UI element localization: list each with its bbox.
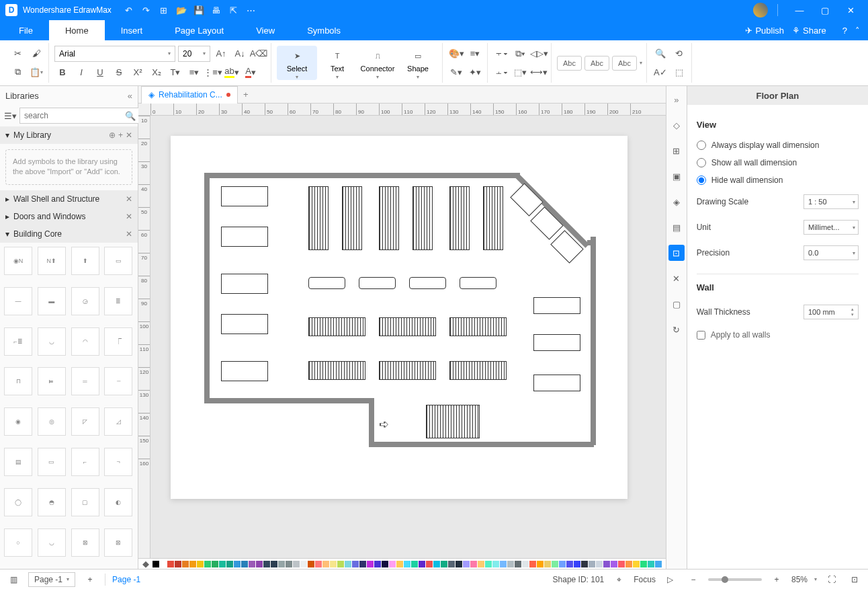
shape-stair[interactable]: ≣ — [104, 287, 132, 315]
apply-all-walls-checkbox[interactable]: Apply to all walls — [697, 325, 859, 345]
bold-button[interactable]: B — [54, 64, 71, 80]
color-swatch[interactable] — [411, 561, 418, 567]
new-button[interactable]: ⊞ — [157, 3, 171, 17]
layer-button[interactable]: ⬚▾ — [512, 64, 528, 80]
color-swatch[interactable] — [153, 561, 159, 567]
color-swatch[interactable] — [404, 561, 410, 567]
size-button[interactable]: ⟷▾ — [531, 64, 547, 80]
menu-home[interactable]: Home — [49, 20, 105, 40]
menu-page-layout[interactable]: Page Layout — [159, 20, 240, 40]
zoom-in-button[interactable]: + — [769, 572, 785, 588]
drawing-page[interactable]: ➪ — [171, 136, 627, 499]
color-swatch[interactable] — [322, 561, 329, 567]
color-swatch[interactable] — [241, 561, 248, 567]
close-button[interactable]: ✕ — [838, 0, 863, 20]
shape-tool[interactable]: ▭Shape▾ — [398, 46, 438, 80]
shape-toilet[interactable]: ◯ — [4, 488, 32, 516]
shape-stair-curve[interactable]: ◡ — [38, 327, 66, 356]
color-swatch[interactable] — [470, 561, 477, 567]
font-color-button[interactable]: A▾ — [243, 64, 259, 80]
library-search[interactable]: 🔍 — [19, 108, 140, 124]
spacing-button[interactable]: ≡▾ — [186, 64, 202, 80]
theme-more[interactable]: ▾ — [640, 60, 642, 66]
fit-page-button[interactable]: ⛶ — [824, 572, 840, 588]
color-swatch[interactable] — [160, 561, 167, 567]
eyedropper-icon[interactable]: ◆ — [142, 559, 149, 569]
library-search-input[interactable] — [24, 111, 125, 120]
color-swatch[interactable] — [256, 561, 263, 567]
color-swatch[interactable] — [263, 561, 270, 567]
page-label[interactable]: Page -1 — [112, 575, 140, 584]
shape-dash[interactable]: ┄ — [104, 367, 132, 395]
color-swatch[interactable] — [611, 561, 617, 567]
color-swatch[interactable] — [249, 561, 255, 567]
outline-view-button[interactable]: ▥ — [5, 572, 21, 588]
shape-north[interactable]: N⬆ — [38, 247, 66, 275]
shape-tub[interactable]: ▢ — [71, 488, 99, 516]
color-swatch[interactable] — [515, 561, 521, 567]
subscript-button[interactable]: X₂ — [148, 64, 165, 80]
shape-slab[interactable]: ▬ — [38, 287, 66, 315]
cut-button[interactable]: ✂ — [9, 46, 26, 62]
paste-button[interactable]: 📋▾ — [28, 64, 44, 80]
help-button[interactable]: ? — [842, 26, 847, 36]
color-swatch[interactable] — [655, 561, 662, 567]
color-swatch[interactable] — [492, 561, 499, 567]
expand-panel-button[interactable]: » — [668, 91, 685, 108]
shape-corner2[interactable]: ¬ — [104, 448, 132, 476]
shape-counter[interactable]: ⫢ — [38, 367, 66, 395]
color-swatch[interactable] — [167, 561, 174, 567]
color-swatch[interactable] — [596, 561, 603, 567]
color-swatch[interactable] — [389, 561, 396, 567]
shape-ramp2[interactable]: ◿ — [104, 407, 132, 436]
floorplan-panel-icon[interactable]: ⊡ — [668, 245, 685, 261]
shadow-button[interactable]: ✦▾ — [467, 64, 483, 80]
theme-style-3[interactable]: Abc — [612, 56, 637, 71]
color-swatch[interactable] — [581, 561, 588, 567]
color-swatch[interactable] — [441, 561, 447, 567]
distribute-button[interactable]: ⫠▾ — [493, 64, 509, 80]
color-swatch[interactable] — [640, 561, 647, 567]
color-swatch[interactable] — [559, 561, 566, 567]
color-swatch[interactable] — [330, 561, 337, 567]
color-swatch[interactable] — [500, 561, 507, 567]
color-swatch[interactable] — [537, 561, 544, 567]
import-icon[interactable]: ⊕ — [109, 130, 116, 140]
radio-hide[interactable]: Hide wall dimension — [697, 171, 859, 189]
color-swatch[interactable] — [544, 561, 551, 567]
copy-button[interactable]: ⧉ — [9, 64, 26, 80]
section-doors[interactable]: ▸Doors and Windows ✕ — [0, 208, 138, 225]
color-swatch[interactable] — [337, 561, 344, 567]
zoom-slider[interactable] — [708, 578, 762, 581]
focus-target-icon[interactable]: ⌖ — [611, 572, 627, 588]
library-menu-button[interactable]: ☰▾ — [4, 108, 17, 124]
add-tab-button[interactable]: + — [238, 87, 254, 103]
color-swatch[interactable] — [189, 561, 196, 567]
color-swatch[interactable] — [374, 561, 381, 567]
zoom-out-button[interactable]: − — [685, 572, 701, 588]
shape-rect2[interactable]: ▭ — [38, 448, 66, 476]
history-panel-icon[interactable]: ↻ — [668, 321, 685, 338]
color-swatch[interactable] — [433, 561, 440, 567]
color-swatch[interactable] — [529, 561, 536, 567]
color-swatch[interactable] — [234, 561, 241, 567]
shape-wc[interactable]: ○ — [4, 528, 32, 557]
shape-shower[interactable]: ◐ — [104, 488, 132, 516]
grid-panel-icon[interactable]: ⊞ — [668, 143, 685, 159]
drawing-scale-select[interactable]: 1 : 50▾ — [804, 194, 859, 209]
wall-thickness-input[interactable]: 100 mm▴▾ — [804, 305, 859, 319]
color-swatch[interactable] — [485, 561, 492, 567]
color-swatch[interactable] — [345, 561, 351, 567]
color-swatch[interactable] — [603, 561, 610, 567]
menu-view[interactable]: View — [240, 20, 291, 40]
color-swatch[interactable] — [426, 561, 433, 567]
compress-panel-icon[interactable]: ✕ — [668, 270, 685, 286]
line-button[interactable]: ≡▾ — [467, 46, 483, 62]
color-swatch[interactable] — [455, 561, 462, 567]
color-swatch[interactable] — [219, 561, 226, 567]
decrease-font-button[interactable]: A↓ — [232, 46, 248, 62]
increase-font-button[interactable]: A↑ — [213, 46, 229, 62]
minimize-button[interactable]: — — [787, 0, 812, 20]
close-section-icon[interactable]: ✕ — [126, 130, 132, 140]
add-page-button[interactable]: + — [82, 572, 98, 588]
